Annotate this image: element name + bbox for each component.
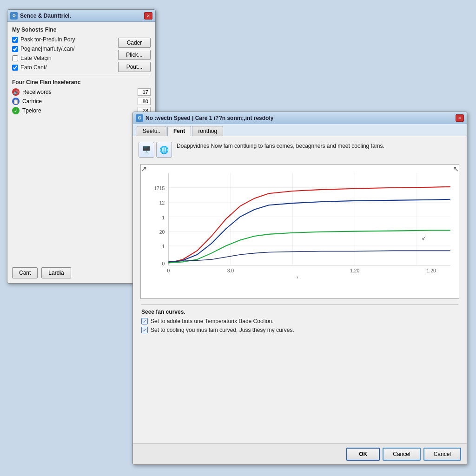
fan-item-1: ✓ Set to adole buts une Temperaturix Bad…: [141, 318, 458, 324]
checkbox-1[interactable]: [12, 37, 18, 43]
fg-window-title: No :wectn Speed | Care 1 i??n sonm;,int …: [145, 115, 273, 121]
tab-content: 🖥️ 🌐 Doappvidnes Now fam contluing to fa…: [133, 136, 467, 341]
tab-bar: Seefu.. Fent ronthog: [133, 124, 467, 136]
fg-title-bar: ⚙ No :wectn Speed | Care 1 i??n sonm;,in…: [133, 112, 467, 124]
plick-button[interactable]: Plick...: [118, 50, 151, 60]
cant-button[interactable]: Cant: [12, 267, 38, 278]
tab-seefu[interactable]: Seefu..: [137, 126, 166, 136]
fan-item-2: ✓ Set to cooling you mus fam curved, Jus…: [141, 327, 458, 333]
bg-window-icon: ⚙: [10, 12, 18, 20]
list-icon-1: 🔊: [12, 88, 20, 96]
checkbox-label-3: Eate Velaçin: [20, 55, 52, 61]
header-section: 🖥️ 🌐 Doappvidnes Now fam contluing to fa…: [139, 142, 461, 158]
bg-title-bar: ⚙ Sence & Daunttriel. ✕: [7, 10, 155, 22]
fan-divider: [141, 304, 458, 305]
fan-label-1: Set to adole buts une Temperaturix Bade …: [151, 318, 274, 324]
window-footer: OK Cancel Cancel: [133, 443, 467, 464]
pout-button[interactable]: Pout...: [118, 62, 151, 72]
list-item-1: 🔊 Recelwords 17: [12, 88, 151, 96]
list-icon-3: ✓: [12, 107, 20, 114]
bg-title-left: ⚙ Sence & Daunttriel.: [10, 12, 71, 20]
fan-section: Seee fan curves. ✓ Set to adole buts une…: [139, 304, 461, 333]
list-value-1: 17: [138, 88, 151, 96]
tab-ronthog[interactable]: ronthog: [192, 126, 223, 136]
chart-svg: 1715 12 1 20 1 0 0 3.0 1.20 1.20 ›: [145, 168, 455, 280]
divider-1: [12, 75, 151, 75]
svg-text:20: 20: [159, 230, 165, 235]
svg-text:1.20: 1.20: [350, 268, 359, 273]
checkbox-2[interactable]: [12, 46, 18, 52]
fg-window-icon: ⚙: [136, 114, 143, 122]
svg-text:↙: ↙: [422, 235, 426, 241]
svg-text:0: 0: [162, 261, 165, 266]
list-label-3: Tpelore: [22, 107, 41, 114]
lardia-button[interactable]: Lardia: [41, 267, 71, 278]
bg-window-title: Sence & Daunttriel.: [20, 13, 71, 19]
svg-text:0: 0: [167, 268, 170, 273]
list-icon-2: 📋: [12, 98, 20, 105]
svg-text:1: 1: [162, 215, 165, 220]
list-item-2: 📋 Cartrice 80: [12, 98, 151, 105]
svg-text:3.0: 3.0: [227, 268, 234, 273]
svg-text:1: 1: [162, 244, 165, 249]
fan-title: Seee fan curves.: [141, 309, 458, 315]
fan-checkbox-2[interactable]: ✓: [141, 327, 148, 333]
cancel-button-1[interactable]: Cancel: [383, 448, 420, 461]
bg-title-buttons: ✕: [144, 12, 152, 20]
list-value-2: 80: [138, 98, 151, 105]
checkbox-4[interactable]: [12, 65, 18, 71]
foreground-window: ⚙ No :wectn Speed | Care 1 i??n sonm;,in…: [132, 112, 467, 465]
fan-checkbox-1[interactable]: ✓: [141, 318, 148, 324]
bg-close-button[interactable]: ✕: [144, 12, 152, 20]
chart-container: ↗ ↖ 1715 12 1: [140, 164, 459, 299]
list-label-1: Recelwords: [22, 89, 52, 95]
checkbox-label-4: Eato Cant/: [20, 64, 47, 71]
section2-title: Four Cine Flan Inseferanc: [12, 79, 151, 86]
header-icons: 🖥️ 🌐: [139, 142, 172, 158]
ok-button[interactable]: OK: [346, 448, 380, 461]
list-label-2: Cartrice: [22, 98, 42, 105]
svg-text:1.20: 1.20: [427, 268, 436, 273]
svg-text:1715: 1715: [154, 186, 165, 191]
fg-title-left: ⚙ No :wectn Speed | Care 1 i??n sonm;,in…: [136, 114, 273, 122]
section1-title: My Sohosts Fine: [12, 26, 151, 33]
tab-fent[interactable]: Fent: [167, 126, 191, 136]
svg-text:›: ›: [297, 274, 298, 280]
checkbox-label-1: Pask tor-Preduin Pory: [20, 36, 75, 43]
cader-button[interactable]: Cader: [118, 38, 151, 48]
cancel-button-2[interactable]: Cancel: [423, 448, 461, 461]
section2: Four Cine Flan Inseferanc 🔊 Recelwords 1…: [12, 79, 151, 114]
svg-text:12: 12: [159, 200, 165, 205]
monitor-icon-button[interactable]: 🖥️: [139, 142, 154, 158]
checkbox-3[interactable]: [12, 55, 18, 61]
fg-title-buttons: ✕: [456, 114, 464, 122]
globe-icon-button[interactable]: 🌐: [156, 142, 172, 158]
side-buttons: Cader Plick... Pout...: [118, 38, 151, 72]
bg-bottom-buttons: Cant Lardia: [12, 267, 71, 278]
header-description: Doappvidnes Now fam contluing to fans co…: [177, 142, 461, 150]
fan-label-2: Set to cooling you mus fam curved, Juss …: [151, 327, 294, 333]
checkbox-label-2: Pogiane|marfuty/.can/: [20, 46, 75, 52]
fg-close-button[interactable]: ✕: [456, 114, 464, 122]
list-item-3: ✓ Tpelore 28: [12, 107, 151, 114]
